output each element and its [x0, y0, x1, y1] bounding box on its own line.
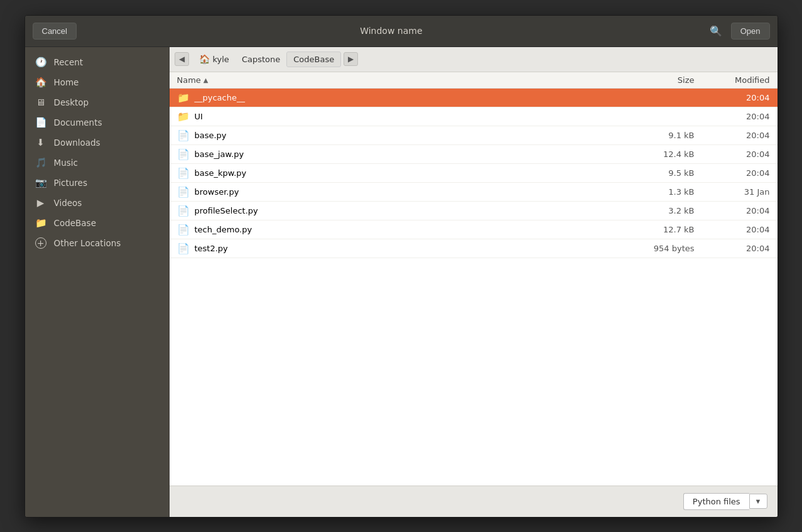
file-modified: 20:04: [695, 131, 770, 140]
filter-label: Python files: [683, 493, 749, 510]
cancel-button[interactable]: Cancel: [33, 23, 77, 40]
sidebar-codebase-label: CodeBase: [54, 218, 96, 228]
file-name-cell: 📁 UI: [177, 111, 632, 122]
sort-arrow-icon: ▲: [203, 77, 209, 84]
file-modified: 31 Jan: [695, 187, 770, 197]
sidebar-music-label: Music: [54, 158, 78, 168]
sidebar-item-codebase[interactable]: 📁 CodeBase: [25, 213, 169, 233]
file-icon: 📄: [177, 167, 190, 179]
window-title: Window name: [77, 26, 706, 36]
sidebar-recent-label: Recent: [54, 57, 84, 67]
sidebar-item-recent[interactable]: 🕐 Recent: [25, 52, 169, 72]
filter-dropdown-button[interactable]: ▼: [749, 494, 767, 509]
file-row-ui[interactable]: 📁 UI 20:04: [170, 107, 778, 126]
back-button[interactable]: ◀: [175, 52, 189, 66]
sidebar-pictures-label: Pictures: [54, 178, 87, 188]
folder-icon: 📁: [177, 111, 190, 122]
search-button[interactable]: 🔍: [706, 23, 726, 40]
file-size: 1.3 kB: [632, 187, 695, 197]
sidebar-desktop-label: Desktop: [54, 97, 89, 107]
header-modified-label: Modified: [735, 75, 769, 85]
file-row-techdemopy[interactable]: 📄 tech_demo.py 12.7 kB 20:04: [170, 220, 778, 239]
file-size: 9.5 kB: [632, 168, 695, 178]
file-size: 12.4 kB: [632, 149, 695, 159]
sidebar-documents-label: Documents: [54, 117, 102, 128]
file-name-cell: 📄 tech_demo.py: [177, 224, 632, 236]
file-icon: 📄: [177, 242, 190, 254]
file-row-basejawpy[interactable]: 📄 base_jaw.py 12.4 kB 20:04: [170, 145, 778, 164]
file-size: 9.1 kB: [632, 131, 695, 140]
breadcrumb-kyle-label: kyle: [213, 55, 229, 64]
open-button[interactable]: Open: [731, 23, 770, 40]
bottombar: Python files ▼: [170, 486, 778, 517]
filelist-rows: 📁 __pycache__ 20:04 📁 UI 20:04 📄 base.py…: [170, 89, 778, 258]
header-modified[interactable]: Modified: [695, 75, 770, 85]
breadcrumb-home[interactable]: 🏠 kyle: [193, 52, 236, 67]
titlebar: Cancel Window name 🔍 Open: [25, 16, 778, 47]
sidebar-documents-icon: 📄: [35, 117, 46, 128]
file-modified: 20:04: [695, 206, 770, 215]
sidebar-item-desktop[interactable]: 🖥 Desktop: [25, 92, 169, 112]
sidebar-downloads-label: Downloads: [54, 138, 100, 148]
titlebar-actions: 🔍 Open: [706, 23, 770, 40]
file-name: base_jaw.py: [195, 149, 244, 159]
file-size: 3.2 kB: [632, 206, 695, 215]
pathbar: ◀ 🏠 kyle Capstone CodeBase ▶: [170, 47, 778, 72]
breadcrumb-capstone-label: Capstone: [242, 55, 280, 64]
header-name[interactable]: Name ▲: [177, 75, 632, 85]
file-row-pycache[interactable]: 📁 __pycache__ 20:04: [170, 89, 778, 107]
file-name: profileSelect.py: [195, 206, 258, 215]
file-name-cell: 📄 browser.py: [177, 186, 632, 198]
sidebar: 🕐 Recent 🏠 Home 🖥 Desktop 📄 Documents ⬇ …: [25, 47, 170, 517]
sidebar-pictures-icon: 📷: [35, 177, 46, 188]
sidebar-home-label: Home: [54, 77, 79, 87]
file-name: browser.py: [195, 187, 239, 197]
file-row-basekpwpy[interactable]: 📄 base_kpw.py 9.5 kB 20:04: [170, 164, 778, 183]
body: 🕐 Recent 🏠 Home 🖥 Desktop 📄 Documents ⬇ …: [25, 47, 778, 517]
file-modified: 20:04: [695, 93, 770, 102]
sidebar-item-documents[interactable]: 📄 Documents: [25, 112, 169, 133]
file-list: Name ▲ Size Modified 📁 __pycache__ 20:04…: [170, 72, 778, 486]
file-name: test2.py: [195, 244, 228, 253]
header-size[interactable]: Size: [632, 75, 695, 85]
file-row-browserpy[interactable]: 📄 browser.py 1.3 kB 31 Jan: [170, 183, 778, 202]
file-name: tech_demo.py: [195, 225, 252, 234]
file-icon: 📄: [177, 205, 190, 217]
breadcrumb-codebase[interactable]: CodeBase: [286, 52, 341, 67]
sidebar-item-downloads[interactable]: ⬇ Downloads: [25, 133, 169, 153]
sidebar-videos-icon: ▶: [35, 197, 46, 209]
sidebar-item-music[interactable]: 🎵 Music: [25, 153, 169, 173]
breadcrumb-capstone[interactable]: Capstone: [236, 52, 286, 67]
forward-button[interactable]: ▶: [344, 52, 358, 66]
file-dialog: Cancel Window name 🔍 Open 🕐 Recent 🏠 Hom…: [24, 15, 778, 518]
search-icon: 🔍: [710, 26, 722, 36]
sidebar-item-videos[interactable]: ▶ Videos: [25, 193, 169, 213]
sidebar-codebase-icon: 📁: [35, 217, 46, 229]
file-name-cell: 📄 profileSelect.py: [177, 205, 632, 217]
chevron-down-icon: ▼: [755, 497, 762, 505]
sidebar-item-other-locations[interactable]: + Other Locations: [25, 233, 169, 253]
file-icon: 📄: [177, 148, 190, 160]
file-row-profileselectpy[interactable]: 📄 profileSelect.py 3.2 kB 20:04: [170, 202, 778, 220]
file-row-test2py[interactable]: 📄 test2.py 954 bytes 20:04: [170, 239, 778, 258]
folder-icon: 📁: [177, 92, 190, 104]
file-name-cell: 📄 base_jaw.py: [177, 148, 632, 160]
home-icon: 🏠: [199, 54, 210, 64]
file-name-cell: 📄 base.py: [177, 129, 632, 141]
add-location-icon: +: [35, 237, 46, 249]
sidebar-item-home[interactable]: 🏠 Home: [25, 72, 169, 92]
sidebar-downloads-icon: ⬇: [35, 137, 46, 148]
file-size: 12.7 kB: [632, 225, 695, 234]
sidebar-item-pictures[interactable]: 📷 Pictures: [25, 173, 169, 193]
file-icon: 📄: [177, 224, 190, 236]
file-name: UI: [195, 112, 203, 121]
file-size: 954 bytes: [632, 244, 695, 253]
header-size-label: Size: [678, 75, 695, 85]
file-name-cell: 📁 __pycache__: [177, 92, 632, 104]
file-name: base.py: [195, 131, 227, 140]
file-row-basepy[interactable]: 📄 base.py 9.1 kB 20:04: [170, 126, 778, 145]
file-name-cell: 📄 test2.py: [177, 242, 632, 254]
file-name-cell: 📄 base_kpw.py: [177, 167, 632, 179]
breadcrumb-codebase-label: CodeBase: [293, 55, 334, 64]
file-modified: 20:04: [695, 244, 770, 253]
